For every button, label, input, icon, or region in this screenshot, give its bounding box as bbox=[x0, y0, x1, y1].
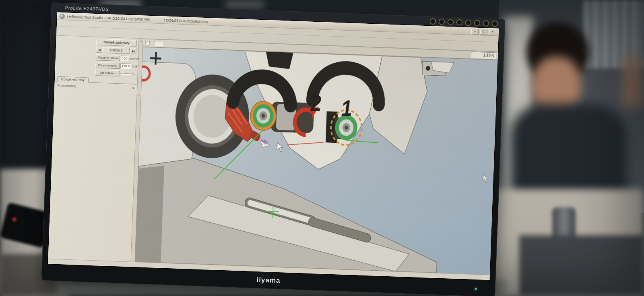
window-title-path: TOOLSTUDIO\Customers bbox=[163, 18, 208, 24]
chevron-down-icon: ▾ bbox=[132, 86, 134, 90]
screen: Helitronic Tool Studio - SK D20 Z4 LS2 S… bbox=[48, 12, 499, 280]
next-edge-button[interactable]: ▶| bbox=[130, 48, 136, 54]
operation-control-box: Rowek wiórowy |◀ Ostrze 1 ▶| Aktualny po… bbox=[95, 39, 136, 77]
feed-unit: mm/min bbox=[129, 57, 139, 60]
left-parameter-panel: Rowek wiórowy |◀ Ostrze 1 ▶| Aktualny po… bbox=[48, 35, 139, 261]
wheel-station-1-label: 1 bbox=[341, 96, 353, 121]
wheel-station-2-label: 2 bbox=[310, 90, 322, 116]
splitter-left-icon: ◂ bbox=[140, 39, 141, 42]
machine-3d-viewport[interactable]: 2 1 bbox=[135, 47, 498, 275]
metal-tools-tray bbox=[519, 235, 644, 296]
app-logo-icon bbox=[60, 13, 65, 18]
feed-value-field[interactable]: 150 bbox=[121, 56, 129, 61]
window-blinds-mid bbox=[225, 0, 264, 9]
monitor-brand-logo: iiyama bbox=[256, 276, 281, 285]
monitor-osd-buttons bbox=[430, 18, 498, 27]
menu-button[interactable] bbox=[430, 18, 436, 25]
up-button[interactable] bbox=[465, 19, 472, 26]
expander-label: Rozszerzony bbox=[57, 84, 76, 88]
simulation-checkbox[interactable]: ✓ bbox=[145, 41, 149, 45]
speed-widget[interactable] bbox=[154, 41, 163, 46]
override-check-icon: ✔ bbox=[135, 64, 138, 68]
grind-point-unit: ° bbox=[131, 72, 132, 75]
feed-button[interactable]: Aktualny posuw bbox=[96, 54, 120, 61]
contrast-button[interactable] bbox=[448, 19, 454, 25]
edge-selector[interactable]: Ostrze 1 bbox=[103, 47, 130, 54]
minimize-button[interactable]: – bbox=[471, 28, 479, 35]
override-button[interactable]: Prz.poł.przem. bbox=[95, 62, 120, 69]
monitor-model-label: ProLite E2407HDS bbox=[65, 5, 109, 12]
operation-title: Rowek wiórowy bbox=[96, 39, 137, 47]
power-button[interactable] bbox=[492, 21, 498, 27]
grind-point-field[interactable] bbox=[120, 73, 130, 75]
grind-point-button[interactable]: pkt szlifow. bbox=[95, 70, 120, 76]
close-button[interactable]: ✕ bbox=[489, 29, 497, 35]
machine-simulation-scene: 2 1 bbox=[135, 47, 498, 275]
helitronic-tool-studio-window: Helitronic Tool Studio - SK D20 Z4 LS2 S… bbox=[48, 12, 499, 280]
play-button[interactable]: ▷ bbox=[132, 72, 135, 76]
override-unit: % bbox=[132, 65, 134, 68]
splitter-up-icon: ▴ bbox=[138, 94, 140, 97]
monitor: ProLite E2407HDS Helitronic Tool Studio … bbox=[41, 2, 506, 296]
maximize-button[interactable]: ▢ bbox=[480, 29, 488, 35]
simulation-clock: 10:26 bbox=[471, 51, 496, 59]
machine-bed-face bbox=[135, 165, 165, 263]
person-far-right bbox=[622, 56, 644, 107]
brightness-button[interactable] bbox=[439, 18, 445, 25]
input-button[interactable] bbox=[456, 19, 463, 25]
down-button[interactable] bbox=[474, 20, 481, 26]
cross-mark-v bbox=[155, 52, 156, 64]
remote-red-button bbox=[12, 217, 17, 222]
override-value-field[interactable]: 100.0 bbox=[120, 63, 131, 69]
auto-button[interactable] bbox=[483, 20, 489, 27]
photo-scene: ProLite E2407HDS Helitronic Tool Studio … bbox=[0, 0, 644, 296]
prev-edge-button[interactable]: |◀ bbox=[96, 47, 102, 53]
